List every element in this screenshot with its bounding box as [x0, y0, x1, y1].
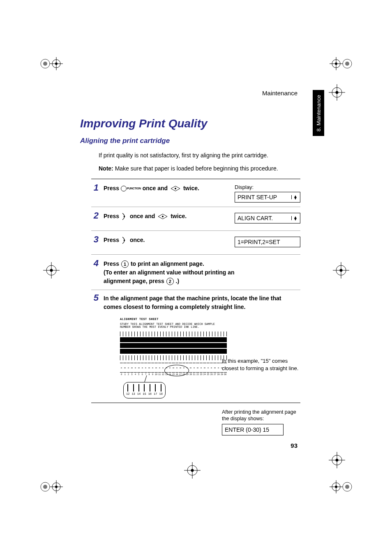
display-value: PRINT SET-UP — [238, 194, 277, 200]
svg-point-37 — [55, 486, 58, 488]
page: Maintenance 8. Maintenance Improving Pri… — [0, 0, 392, 555]
step-number: 2 — [91, 211, 100, 220]
svg-point-31 — [191, 469, 194, 472]
number-key-icon: 1 — [121, 260, 129, 268]
step-number: 1 — [91, 183, 100, 192]
intro-text: If print quality is not satisfactory, fi… — [99, 152, 296, 160]
svg-point-15 — [336, 91, 339, 94]
page-number: 93 — [291, 442, 297, 449]
section-title: Aligning the print cartridge — [80, 137, 170, 145]
black-bars — [120, 337, 227, 354]
svg-point-23 — [340, 269, 343, 272]
crop-mark-icon — [325, 80, 349, 105]
step-number: 5 — [91, 293, 100, 302]
chapter-tab-label: 8. Maintenance — [316, 95, 322, 131]
svg-point-7 — [345, 62, 349, 66]
display-value: ENTER (0-30) 15 — [225, 426, 269, 433]
step-body: Press once. — [100, 235, 235, 244]
step-display: Display: PRINT SET-UP ▲▼ — [235, 183, 300, 203]
step-display: 1=PRINT,2=SET — [235, 235, 300, 247]
sheet-subtitle: STUDY THIS ALIGNMENT TEST SHEET AND DECI… — [120, 323, 227, 329]
step-body: Press 1 to print an alignment page. (To … — [100, 259, 300, 286]
svg-point-1 — [43, 62, 47, 66]
function-key-icon: FUNCTION — [121, 186, 141, 191]
crop-mark-icon — [180, 458, 205, 483]
crop-mark-icon — [325, 448, 349, 472]
tick-marks — [120, 332, 227, 336]
nav-key-icon — [157, 213, 168, 220]
scroll-arrows-icon: ▲▼ — [291, 216, 297, 220]
right-arrow-key-icon — [122, 212, 127, 221]
display-value: 1=PRINT,2=SET — [238, 239, 280, 245]
svg-point-19 — [50, 269, 53, 272]
svg-point-11 — [335, 62, 337, 65]
running-header: Maintenance — [262, 90, 297, 97]
page-title: Improving Print Quality — [80, 117, 208, 130]
crop-mark-icon — [329, 474, 353, 499]
svg-point-33 — [43, 485, 47, 489]
svg-point-43 — [335, 486, 337, 488]
step-row: 5 In the alignment page that the machine… — [91, 290, 300, 403]
step-body: Press FUNCTION once and twice. — [100, 183, 235, 193]
display-box: 1=PRINT,2=SET — [235, 237, 300, 247]
crop-mark-icon — [39, 51, 64, 76]
display-label: Display: — [235, 184, 300, 190]
svg-point-27 — [336, 459, 339, 462]
note-label: Note: — [99, 165, 113, 172]
step-display: ALIGN CART. ▲▼ — [235, 211, 300, 223]
svg-point-5 — [55, 62, 58, 65]
display-box: ALIGN CART. ▲▼ — [235, 213, 300, 223]
step-row: 1 Press FUNCTION once and twice. Display… — [91, 179, 300, 207]
display-box: ENTER (0-30) 15 — [222, 424, 284, 435]
note-text: Note: Make sure that paper is loaded bef… — [99, 165, 296, 173]
chapter-tab: 8. Maintenance — [313, 90, 324, 136]
alignment-test-sheet: ALIGNMENT TEST SHEET STUDY THIS ALIGNMEN… — [120, 317, 227, 398]
tick-marks — [120, 355, 227, 360]
magnifier-callout: 12131415161718 — [123, 382, 166, 398]
number-key-icon: 2 — [166, 278, 174, 285]
display-value: ALIGN CART. — [238, 215, 273, 221]
crop-mark-icon — [39, 474, 64, 499]
example-callout-text: In this example, "15" comes closest to f… — [222, 357, 300, 372]
svg-point-44 — [175, 188, 176, 189]
sheet-title: ALIGNMENT TEST SHEET — [120, 317, 227, 322]
right-arrow-key-icon — [122, 236, 127, 244]
step-number: 4 — [91, 259, 100, 268]
svg-point-45 — [162, 216, 164, 217]
step-number: 3 — [91, 235, 100, 244]
nav-key-icon — [170, 185, 181, 192]
display-box: PRINT SET-UP ▲▼ — [235, 192, 300, 203]
svg-point-39 — [345, 485, 349, 489]
note-body: Make sure that paper is loaded before be… — [113, 165, 278, 172]
crop-mark-icon — [329, 258, 353, 283]
crop-mark-icon — [39, 258, 64, 283]
crop-mark-icon — [329, 51, 353, 76]
step-row: 2 Press once and twice. ALIGN CART. ▲▼ — [91, 207, 300, 231]
scroll-arrows-icon: ▲▼ — [291, 195, 297, 199]
step-row: 3 Press once. 1=PRINT,2=SET — [91, 231, 300, 255]
step-body: Press once and twice. — [100, 211, 235, 221]
step-row: 4 Press 1 to print an alignment page. (T… — [91, 255, 300, 290]
after-print-text: After printing the alignment page the di… — [222, 409, 300, 435]
step-body: In the alignment page that the machine p… — [100, 293, 300, 398]
step5-text: In the alignment page that the machine p… — [104, 295, 281, 310]
